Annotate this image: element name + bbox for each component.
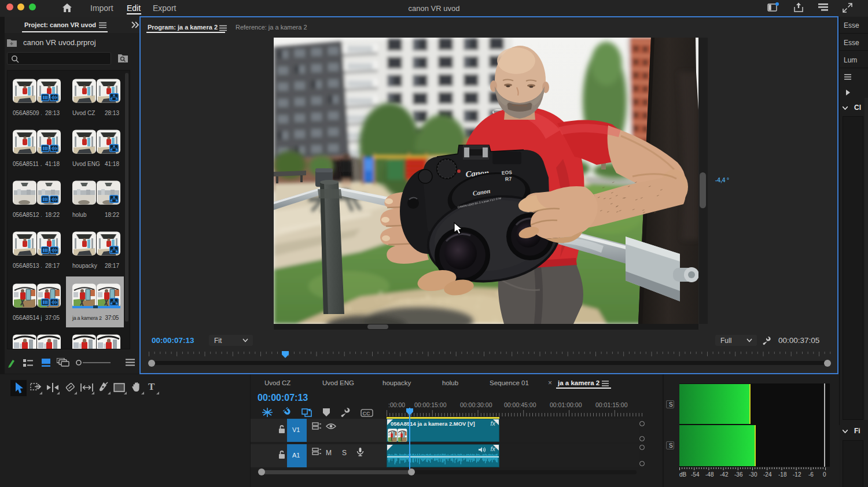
svg-text:EOS: EOS	[501, 169, 512, 176]
svg-text:CC: CC	[363, 411, 370, 416]
svg-text:R7: R7	[505, 176, 512, 182]
